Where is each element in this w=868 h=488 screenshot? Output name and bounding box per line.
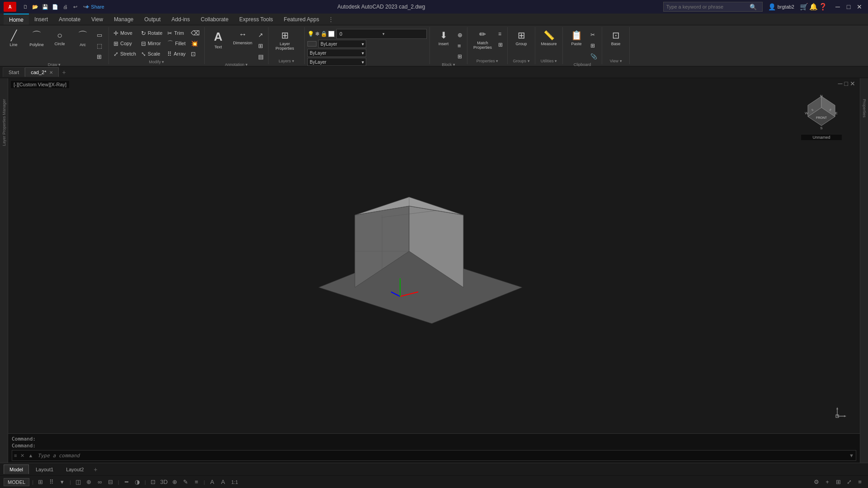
- viewport-minimize-btn[interactable]: ─: [838, 80, 843, 87]
- zoom-in-btn[interactable]: +: [823, 478, 832, 487]
- tab-featured[interactable]: Featured Apps: [278, 14, 325, 25]
- tab-view[interactable]: View: [86, 14, 108, 25]
- viewport-maximize-btn[interactable]: □: [844, 80, 848, 87]
- layer-freeze-icon[interactable]: ❄: [315, 31, 320, 37]
- text-btn[interactable]: A Text: [208, 28, 229, 51]
- lineweight-select[interactable]: ByLayer ▾: [307, 58, 366, 66]
- fillet-btn[interactable]: ⌒Fillet: [165, 38, 187, 48]
- layer-visible-icon[interactable]: 💡: [307, 31, 314, 37]
- snap-from-btn[interactable]: ⊟: [106, 478, 115, 487]
- cmd-close-icon[interactable]: ✕: [19, 453, 26, 459]
- viewport-label[interactable]: [-][Custom View][X-Ray]: [11, 81, 69, 88]
- layer-properties-btn[interactable]: ⊞ LayerProperties: [271, 28, 298, 52]
- leader-btn[interactable]: ↗: [256, 30, 265, 40]
- tab-manage[interactable]: Manage: [108, 14, 139, 25]
- erase-btn[interactable]: ⌫: [189, 28, 202, 38]
- start-tab[interactable]: Start: [3, 67, 25, 77]
- draw-more-btn[interactable]: ⊞: [95, 52, 106, 61]
- close-btn[interactable]: ✕: [854, 2, 864, 12]
- help-search[interactable]: 🔍: [663, 2, 763, 12]
- array-btn[interactable]: ⠿Array: [165, 49, 187, 59]
- prop-more-btn[interactable]: ⊞: [496, 40, 505, 50]
- save-btn[interactable]: 💾: [41, 2, 50, 11]
- hatch-btn[interactable]: ⬚: [95, 41, 106, 51]
- notification-icon[interactable]: 🔔: [809, 3, 818, 11]
- tab-annotate[interactable]: Annotate: [53, 14, 86, 25]
- properties-panel-btn[interactable]: Properties: [861, 96, 868, 120]
- annot-visibility-btn[interactable]: A: [218, 478, 227, 487]
- base-btn[interactable]: ⊡ Base: [605, 28, 627, 48]
- measure-btn[interactable]: 📏 Measure: [538, 28, 560, 48]
- table-btn[interactable]: ⊞: [256, 41, 265, 51]
- draw-arc-btn[interactable]: ⌒ Arc: [72, 28, 94, 49]
- minimize-btn[interactable]: ─: [833, 2, 843, 12]
- open-file-btn[interactable]: 📂: [31, 2, 40, 11]
- insert-btn[interactable]: ⬇ Insert: [433, 28, 454, 48]
- qprops-btn[interactable]: ≡: [192, 478, 201, 487]
- grid-display-btn[interactable]: ⊞: [36, 478, 45, 487]
- snap-dropdown[interactable]: ▾: [58, 478, 67, 487]
- help-icon[interactable]: ❓: [819, 3, 827, 11]
- plot-btn[interactable]: 🖨: [61, 2, 70, 11]
- selection-cycling-btn[interactable]: ⊡: [149, 478, 158, 487]
- mirror-btn[interactable]: ⊟Mirror: [139, 38, 164, 48]
- layer-lock-icon[interactable]: 🔒: [321, 31, 327, 37]
- tab-output[interactable]: Output: [139, 14, 166, 25]
- ortho-btn[interactable]: ◫: [74, 478, 83, 487]
- cut-btn[interactable]: ✂: [589, 30, 599, 40]
- layer-manager-panel-btn[interactable]: Layer Properties Manager: [1, 96, 7, 149]
- draw-circle-btn[interactable]: ○ Circle: [49, 28, 71, 48]
- define-attr-btn[interactable]: ≡: [456, 41, 464, 51]
- paste-special-btn[interactable]: 📎: [589, 52, 599, 61]
- create-block-btn[interactable]: ⊕: [456, 30, 464, 40]
- acad-logo[interactable]: A: [4, 2, 16, 12]
- polar-btn[interactable]: ⊕: [85, 478, 94, 487]
- save-as-btn[interactable]: 📄: [51, 2, 60, 11]
- 3d-snap-btn[interactable]: 3D: [160, 478, 169, 487]
- rect-btn[interactable]: ▭: [95, 30, 106, 40]
- tab-addins[interactable]: Add-ins: [166, 14, 195, 25]
- cmd-arrow-icon[interactable]: ▲: [26, 453, 35, 458]
- transparency-btn[interactable]: ◑: [133, 478, 142, 487]
- rotate-btn[interactable]: ↻Rotate: [139, 28, 164, 38]
- copy-btn[interactable]: ⊞Copy: [112, 38, 138, 48]
- draw-polyline-btn[interactable]: ⌒ Polyline: [26, 28, 47, 49]
- settings-btn[interactable]: ⚙: [812, 478, 821, 487]
- cad2-tab[interactable]: cad_2* ✕: [25, 67, 58, 77]
- trim-btn[interactable]: ✂Trim: [165, 28, 187, 38]
- move-btn[interactable]: ✛Move: [112, 28, 138, 38]
- cmd-menu-icon[interactable]: ≡: [12, 453, 19, 458]
- cad2-close-btn[interactable]: ✕: [49, 70, 53, 75]
- block-more-btn[interactable]: ⊞: [456, 52, 464, 61]
- stretch-btn[interactable]: ⤢Stretch: [112, 49, 138, 59]
- modify-more-btn[interactable]: ⊡: [189, 49, 202, 59]
- prop-list-btn[interactable]: ≡: [496, 29, 505, 39]
- match-properties-btn[interactable]: ✏ MatchProperties: [470, 28, 495, 52]
- status-more-btn[interactable]: ≡: [855, 478, 864, 487]
- share-btn[interactable]: ✈Share: [90, 2, 99, 11]
- canvas-wrapper[interactable]: [-][Custom View][X-Ray] ─ □ ✕: [8, 78, 860, 463]
- model-indicator[interactable]: MODEL: [4, 478, 29, 486]
- scale-btn[interactable]: 1:1: [229, 479, 240, 485]
- layout-add-btn[interactable]: +: [90, 465, 100, 474]
- maximize-btn[interactable]: □: [844, 2, 854, 12]
- new-tab-btn[interactable]: +: [59, 67, 70, 78]
- layout-tab-layout1[interactable]: Layout1: [30, 465, 59, 474]
- cmd-dropdown-icon[interactable]: ▼: [847, 453, 856, 458]
- annotation-more-btn[interactable]: ▤: [256, 52, 265, 61]
- command-input[interactable]: [35, 453, 847, 459]
- explode-btn[interactable]: 💥: [189, 38, 202, 48]
- copy-clip-btn[interactable]: ⊞: [589, 41, 599, 51]
- layout-tab-model[interactable]: Model: [4, 465, 29, 474]
- tab-more-btn[interactable]: ⋮: [326, 15, 335, 24]
- new-file-btn[interactable]: 🗋: [21, 2, 30, 11]
- snap-tracking-btn[interactable]: ∞: [95, 478, 104, 487]
- dyn-input-btn[interactable]: ✎: [181, 478, 190, 487]
- dimension-btn[interactable]: ↔ Dimension: [231, 28, 255, 47]
- undo-btn[interactable]: ↩: [71, 2, 80, 11]
- tab-insert[interactable]: Insert: [29, 14, 53, 25]
- color-select[interactable]: ByLayer ▾: [318, 40, 366, 48]
- viewport-close-btn[interactable]: ✕: [850, 80, 855, 87]
- layout-tab-layout2[interactable]: Layout2: [60, 465, 90, 474]
- annot-scale-btn[interactable]: A: [208, 478, 217, 487]
